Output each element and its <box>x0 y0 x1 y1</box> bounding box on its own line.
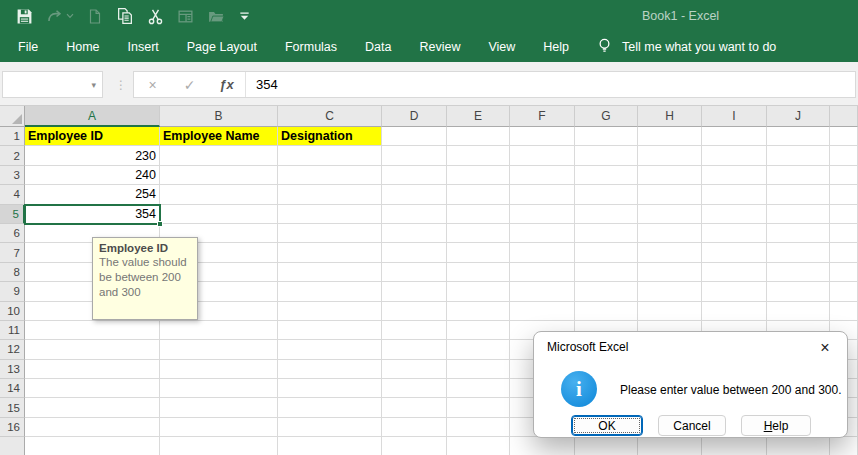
cell-A4[interactable]: 254 <box>25 185 160 204</box>
cell-D8[interactable] <box>382 263 447 282</box>
cell-E9[interactable] <box>447 282 510 301</box>
cell-G4[interactable] <box>575 185 638 204</box>
row-header-1[interactable]: 1 <box>0 127 25 146</box>
name-box[interactable]: ▾ <box>2 71 103 98</box>
row-header-partial[interactable] <box>0 437 25 455</box>
cell-H7[interactable] <box>638 243 702 262</box>
cell-partial[interactable] <box>830 166 858 185</box>
cell-partial[interactable] <box>830 263 858 282</box>
cell-B2[interactable] <box>160 146 278 165</box>
cell-G3[interactable] <box>575 166 638 185</box>
cell-J5[interactable] <box>767 205 830 224</box>
cell-I6[interactable] <box>702 224 767 243</box>
cell-partial[interactable] <box>830 146 858 165</box>
cell-D5[interactable] <box>382 205 447 224</box>
cell-B16[interactable] <box>160 418 278 437</box>
cell-J2[interactable] <box>767 146 830 165</box>
cell-D10[interactable] <box>382 302 447 321</box>
cell-B12[interactable] <box>160 340 278 359</box>
cell-B3[interactable] <box>160 166 278 185</box>
column-header-A[interactable]: A <box>25 106 160 127</box>
confirm-entry-icon[interactable]: ✓ <box>171 77 208 93</box>
tab-page-layout[interactable]: Page Layout <box>173 32 271 62</box>
cell-E15[interactable] <box>447 398 510 417</box>
tab-review[interactable]: Review <box>405 32 474 62</box>
cell-D14[interactable] <box>382 379 447 398</box>
cell-G17[interactable] <box>575 437 638 455</box>
cell-C6[interactable] <box>278 224 382 243</box>
cell-C7[interactable] <box>278 243 382 262</box>
cell-I1[interactable] <box>702 127 767 146</box>
cell-I10[interactable] <box>702 302 767 321</box>
cell-A5[interactable]: 354 <box>25 205 160 224</box>
cell-C16[interactable] <box>278 418 382 437</box>
cell-F17[interactable] <box>510 437 575 455</box>
row-header-3[interactable]: 3 <box>0 166 25 185</box>
cell-F4[interactable] <box>510 185 575 204</box>
cell-D2[interactable] <box>382 146 447 165</box>
cell-E16[interactable] <box>447 418 510 437</box>
cell-I7[interactable] <box>702 243 767 262</box>
row-header-7[interactable]: 7 <box>0 243 25 262</box>
cell-G8[interactable] <box>575 263 638 282</box>
form-table-icon[interactable] <box>177 8 194 25</box>
cell-I17[interactable] <box>702 437 767 455</box>
cell-E11[interactable] <box>447 321 510 340</box>
customize-qat-icon[interactable] <box>238 9 251 23</box>
cell-B15[interactable] <box>160 398 278 417</box>
cell-G9[interactable] <box>575 282 638 301</box>
open-folder-icon[interactable] <box>207 8 225 25</box>
cell-H3[interactable] <box>638 166 702 185</box>
column-header-D[interactable]: D <box>382 106 447 127</box>
column-header-I[interactable]: I <box>702 106 767 127</box>
tab-data[interactable]: Data <box>351 32 405 62</box>
cell-H1[interactable] <box>638 127 702 146</box>
cell-F5[interactable] <box>510 205 575 224</box>
cell-J6[interactable] <box>767 224 830 243</box>
cell-partial[interactable] <box>830 185 858 204</box>
cell-C11[interactable] <box>278 321 382 340</box>
cell-H2[interactable] <box>638 146 702 165</box>
cell-F2[interactable] <box>510 146 575 165</box>
row-header-11[interactable]: 11 <box>0 321 25 340</box>
cell-E12[interactable] <box>447 340 510 359</box>
name-box-dropdown-icon[interactable]: ▾ <box>91 80 102 90</box>
cell-C5[interactable] <box>278 205 382 224</box>
cell-F9[interactable] <box>510 282 575 301</box>
cell-D12[interactable] <box>382 340 447 359</box>
dialog-close-icon[interactable]: × <box>813 336 837 360</box>
column-header-E[interactable]: E <box>447 106 510 127</box>
cell-E17[interactable] <box>447 437 510 455</box>
cell-G5[interactable] <box>575 205 638 224</box>
cell-D13[interactable] <box>382 360 447 379</box>
column-header-G[interactable]: G <box>575 106 638 127</box>
column-header-H[interactable]: H <box>638 106 702 127</box>
cell-C2[interactable] <box>278 146 382 165</box>
cell-C1[interactable]: Designation <box>278 127 382 146</box>
cell-B14[interactable] <box>160 379 278 398</box>
cell-J7[interactable] <box>767 243 830 262</box>
cell-C9[interactable] <box>278 282 382 301</box>
cell-I9[interactable] <box>702 282 767 301</box>
cell-E14[interactable] <box>447 379 510 398</box>
cell-partial[interactable] <box>830 224 858 243</box>
save-icon[interactable] <box>16 8 33 25</box>
cell-G7[interactable] <box>575 243 638 262</box>
column-header-B[interactable]: B <box>160 106 278 127</box>
cell-J3[interactable] <box>767 166 830 185</box>
cell-A12[interactable] <box>25 340 160 359</box>
cell-F3[interactable] <box>510 166 575 185</box>
cell-D6[interactable] <box>382 224 447 243</box>
cell-partial[interactable] <box>830 243 858 262</box>
cell-H17[interactable] <box>638 437 702 455</box>
help-button[interactable]: Help <box>741 415 811 436</box>
row-header-2[interactable]: 2 <box>0 146 25 165</box>
column-header-F[interactable]: F <box>510 106 575 127</box>
cell-D3[interactable] <box>382 166 447 185</box>
row-header-12[interactable]: 12 <box>0 340 25 359</box>
cancel-entry-icon[interactable]: × <box>134 77 171 93</box>
cell-G1[interactable] <box>575 127 638 146</box>
cell-E4[interactable] <box>447 185 510 204</box>
ok-button[interactable]: OK <box>571 415 643 436</box>
cell-C12[interactable] <box>278 340 382 359</box>
